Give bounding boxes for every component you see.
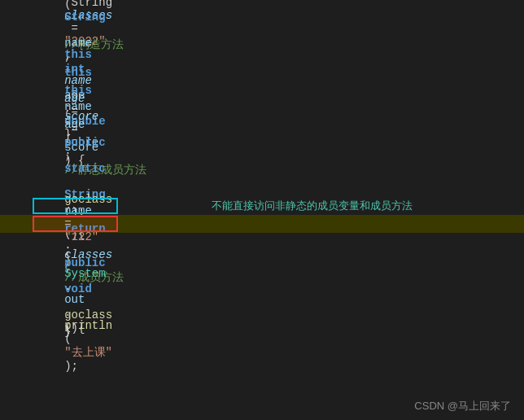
type-system: System [64, 267, 105, 280]
code-area: public static String classes = "2022" ; … [0, 0, 524, 358]
line-19: } [0, 322, 524, 340]
paren: ( [64, 0, 71, 11]
kw-return: return [64, 222, 105, 235]
indent [64, 71, 92, 84]
dot: . [64, 280, 71, 293]
space [64, 149, 71, 162]
line-20 [0, 340, 524, 358]
kw-this3: this [64, 84, 92, 97]
kw-public3: public [64, 136, 105, 149]
paren-close: ); [64, 360, 78, 373]
close-brace3: } [64, 325, 71, 338]
var-out: out [64, 293, 85, 306]
indent [64, 254, 92, 267]
code-editor: public static String classes = "2022" ; … [0, 0, 524, 420]
dot: . [64, 97, 71, 110]
watermark: CSDN @马上回来了 [414, 399, 511, 413]
indent [64, 209, 92, 222]
